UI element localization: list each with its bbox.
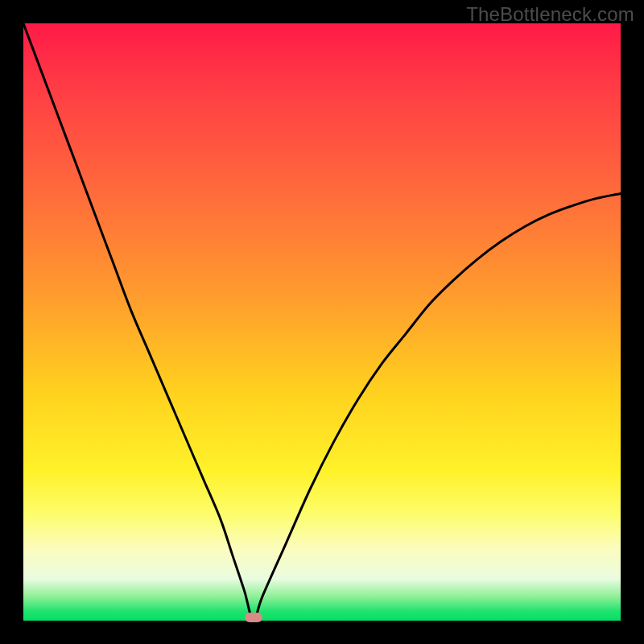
minimum-marker — [245, 613, 262, 622]
bottleneck-curve-path — [23, 23, 621, 621]
watermark-text: TheBottleneck.com — [466, 3, 634, 26]
bottleneck-curve — [23, 23, 621, 621]
chart-frame — [23, 23, 621, 621]
